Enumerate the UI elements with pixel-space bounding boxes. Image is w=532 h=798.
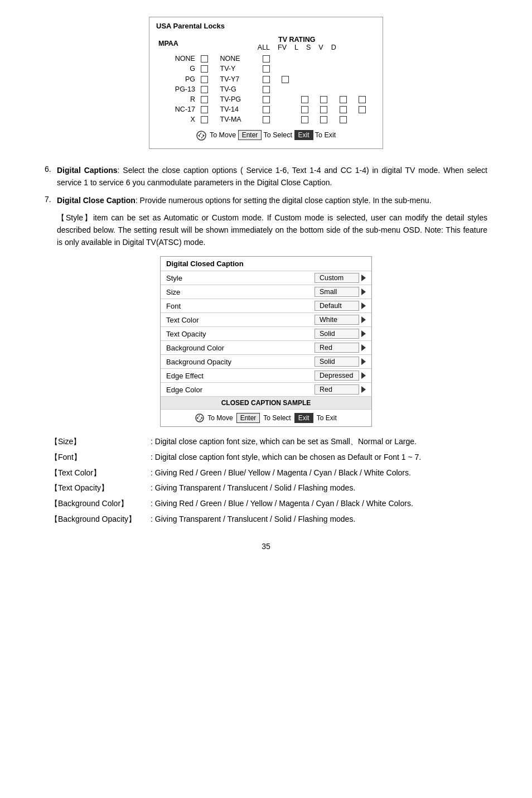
move-arrow-icon (196, 131, 206, 141)
dcc-arrow-edgecolor[interactable] (361, 386, 366, 393)
dcc-arrow-edgeeffect[interactable] (361, 372, 366, 379)
item-6-text: Digital Captions: Select the close capti… (57, 165, 487, 189)
bracket-bgcolor-label: 【Background Color】 (50, 498, 151, 510)
bracket-font-desc: : Digital close caption font style, whic… (151, 451, 487, 464)
dcc-value-font: Default (315, 301, 366, 311)
tv-pg-v-check[interactable] (340, 96, 347, 103)
dcc-value-style: Custom (315, 273, 366, 283)
tv-g-check[interactable] (263, 86, 270, 93)
mpaa-g-check[interactable] (201, 65, 208, 73)
dcc-val-edgecolor[interactable]: Red (315, 384, 359, 395)
item-6-body: : Select the close caption options ( Ser… (57, 166, 487, 187)
dcc-enter-btn[interactable]: Enter (236, 413, 260, 423)
item-7: 7. Digital Close Caption: Provide numero… (45, 195, 487, 207)
bracket-bgopacity-desc: : Giving Transparent / Translucent / Sol… (151, 513, 487, 526)
dcc-val-font[interactable]: Default (315, 301, 359, 311)
tv-ma-s-check[interactable] (320, 116, 327, 123)
dcc-arrow-size[interactable] (361, 289, 366, 295)
bracket-textopacity-label: 【Text Opacity】 (50, 482, 151, 494)
bracket-textcolor-label: 【Text Color】 (50, 467, 151, 479)
mpaa-nc17-label: NC-17 (156, 104, 199, 114)
dcc-val-style[interactable]: Custom (315, 273, 359, 283)
bracket-textcolor: 【Text Color】 : Giving Red / Green / Blue… (50, 467, 487, 479)
tv-ma-label: TV-MA (218, 114, 260, 124)
svg-marker-2 (201, 137, 203, 139)
tv-y7-label: TV-Y7 (218, 74, 260, 84)
tv-ma-l-check[interactable] (301, 116, 308, 123)
tv-ma-all-check[interactable] (263, 116, 270, 123)
dcc-arrow-bgopacity[interactable] (361, 358, 366, 365)
mpaa-r-label: R (156, 94, 199, 104)
bracket-size-desc: : Digital close caption font size, which… (151, 436, 487, 448)
dcc-value-size: Small (315, 287, 366, 297)
dcc-row-edgecolor: Edge Color Red (161, 382, 371, 396)
tv-none-check[interactable] (263, 55, 270, 63)
dcc-row-font: Font Default (161, 299, 371, 313)
svg-marker-6 (199, 415, 200, 417)
dcc-label-edgecolor: Edge Color (166, 386, 315, 394)
tv-y7-all-check[interactable] (263, 76, 270, 83)
mpaa-none-check[interactable] (201, 55, 208, 63)
mpaa-pg13-label: PG-13 (156, 84, 199, 94)
tv-14-d-check[interactable] (359, 106, 366, 113)
svg-marker-7 (200, 419, 201, 421)
dcc-value-textcolor: White (315, 315, 366, 325)
svg-marker-4 (202, 134, 205, 137)
dcc-row-textopacity: Text Opacity Solid (161, 326, 371, 340)
mpaa-r-check[interactable] (201, 96, 208, 103)
tv-14-l-check[interactable] (301, 106, 308, 113)
dcc-val-size[interactable]: Small (315, 287, 359, 297)
dcc-val-edgeeffect[interactable]: Depressed (315, 371, 359, 381)
dcc-row-style: Style Custom (161, 271, 371, 285)
item-6: 6. Digital Captions: Select the close ca… (45, 165, 487, 189)
tv-14-v-check[interactable] (340, 106, 347, 113)
dcc-val-textopacity[interactable]: Solid (315, 329, 359, 339)
bracket-textopacity: 【Text Opacity】 : Giving Transparent / Tr… (50, 482, 487, 494)
bracket-size-label: 【Size】 (50, 436, 151, 448)
dcc-arrow-style[interactable] (361, 275, 366, 281)
tv-pg-d-check[interactable] (359, 96, 366, 103)
dcc-row-textcolor: Text Color White (161, 313, 371, 326)
dcc-label-font: Font (166, 302, 315, 310)
tv-rating-header: TV RATING ALL FV L S V D (218, 35, 376, 54)
mpaa-x-check[interactable] (201, 116, 208, 123)
mpaa-check-header (199, 35, 218, 54)
dcc-select-text: To Select (263, 414, 291, 422)
tv-none-label: NONE (218, 54, 260, 64)
item-7-text: Digital Close Caption: Provide numerous … (57, 195, 432, 207)
tv-pg-s-check[interactable] (320, 96, 327, 103)
tv-y-check[interactable] (263, 65, 270, 73)
tv-14-s-check[interactable] (320, 106, 327, 113)
item-6-number: 6. (45, 165, 57, 174)
dcc-value-edgeeffect: Depressed (315, 371, 366, 381)
parental-locks-title: USA Parental Locks (156, 22, 376, 30)
tv-pg-l-check[interactable] (301, 96, 308, 103)
parental-locks-table: MPAA TV RATING ALL FV L S V D NONE NONE (156, 35, 376, 124)
dcc-arrow-textopacity[interactable] (361, 330, 366, 337)
mpaa-pg-check[interactable] (201, 76, 208, 83)
mpaa-nc17-check[interactable] (201, 106, 208, 113)
item-7-body: : Provide numerous options for setting t… (136, 196, 432, 205)
mpaa-none-label: NONE (156, 54, 199, 64)
mpaa-pg13-check[interactable] (201, 86, 208, 93)
dcc-arrow-textcolor[interactable] (361, 316, 366, 323)
dcc-exit-btn[interactable]: Exit (294, 413, 313, 423)
dcc-val-bgcolor[interactable]: Red (315, 343, 359, 353)
tv-14-all-check[interactable] (263, 106, 270, 113)
dcc-label-size: Size (166, 288, 315, 296)
dcc-arrow-bgcolor[interactable] (361, 344, 366, 351)
dcc-value-edgecolor: Red (315, 384, 366, 395)
dcc-val-textcolor[interactable]: White (315, 315, 359, 325)
svg-marker-9 (201, 417, 203, 420)
parental-nav-bar: To Move Enter To Select Exit To Exit (156, 130, 376, 141)
parental-exit-btn[interactable]: Exit (294, 130, 313, 140)
tv-pg-all-check[interactable] (263, 96, 270, 103)
parental-enter-btn[interactable]: Enter (238, 130, 262, 140)
bracket-textcolor-desc: : Giving Red / Green / Blue/ Yellow / Ma… (151, 467, 487, 479)
tv-y7-fv-check[interactable] (282, 76, 289, 83)
dcc-exit-text: To Exit (317, 414, 337, 422)
dcc-val-bgopacity[interactable]: Solid (315, 357, 359, 367)
dcc-arrow-font[interactable] (361, 302, 366, 309)
tv-ma-v-check[interactable] (340, 116, 347, 123)
dcc-row-bgcolor: Background Color Red (161, 340, 371, 354)
